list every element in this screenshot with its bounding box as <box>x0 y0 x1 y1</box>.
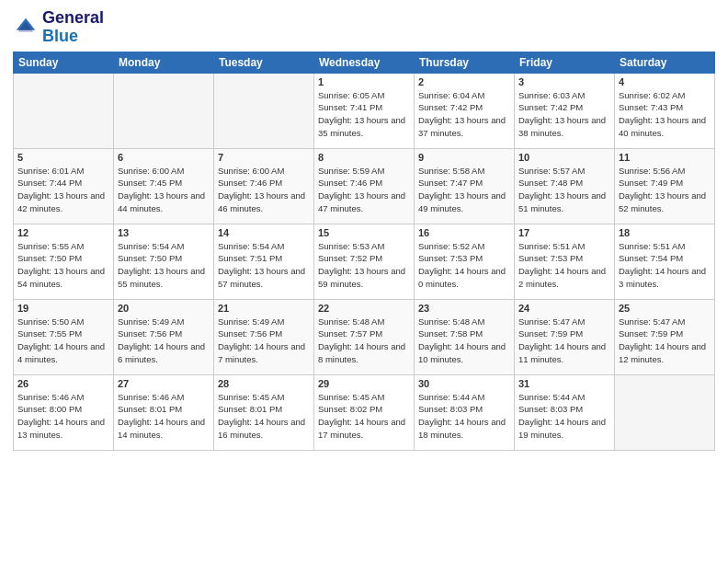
calendar-cell: 5 Sunrise: 6:01 AM Sunset: 7:44 PM Dayli… <box>14 148 114 224</box>
day-number: 7 <box>218 152 310 163</box>
day-info: Sunrise: 5:47 AM Sunset: 7:59 PM Dayligh… <box>518 316 610 366</box>
calendar-cell <box>14 73 114 148</box>
sunrise-label: Sunrise: 5:52 AM <box>418 241 484 251</box>
sunrise-label: Sunrise: 5:45 AM <box>318 392 384 402</box>
sunrise-label: Sunrise: 6:03 AM <box>518 90 585 100</box>
daylight-label: Daylight: 14 hours and 17 minutes. <box>318 417 405 440</box>
day-number: 19 <box>17 303 109 314</box>
calendar-cell: 17 Sunrise: 5:51 AM Sunset: 7:53 PM Dayl… <box>515 224 615 299</box>
sunset-label: Sunset: 7:41 PM <box>318 102 382 112</box>
day-info: Sunrise: 5:53 AM Sunset: 7:52 PM Dayligh… <box>318 240 410 291</box>
sunset-label: Sunset: 8:03 PM <box>518 404 583 414</box>
calendar-cell: 10 Sunrise: 5:57 AM Sunset: 7:48 PM Dayl… <box>515 148 615 224</box>
daylight-label: Daylight: 14 hours and 14 minutes. <box>118 417 205 440</box>
day-number: 2 <box>418 76 510 87</box>
sunrise-label: Sunrise: 6:01 AM <box>17 166 84 176</box>
page: General Blue SundayMondayTuesdayWednesda… <box>0 0 728 563</box>
day-number: 9 <box>418 152 510 163</box>
daylight-label: Daylight: 14 hours and 18 minutes. <box>418 417 506 440</box>
day-info: Sunrise: 5:48 AM Sunset: 7:58 PM Dayligh… <box>418 316 510 366</box>
day-number: 15 <box>318 227 410 238</box>
sunset-label: Sunset: 7:48 PM <box>518 178 583 188</box>
day-info: Sunrise: 5:54 AM Sunset: 7:51 PM Dayligh… <box>218 240 310 291</box>
calendar-cell: 8 Sunrise: 5:59 AM Sunset: 7:46 PM Dayli… <box>314 148 415 224</box>
day-info: Sunrise: 5:54 AM Sunset: 7:50 PM Dayligh… <box>118 240 210 291</box>
sunset-label: Sunset: 7:59 PM <box>619 328 683 339</box>
daylight-label: Daylight: 14 hours and 13 minutes. <box>17 417 105 440</box>
calendar-cell: 2 Sunrise: 6:04 AM Sunset: 7:42 PM Dayli… <box>415 73 515 148</box>
calendar-header-row: SundayMondayTuesdayWednesdayThursdayFrid… <box>14 52 715 73</box>
sunset-label: Sunset: 7:44 PM <box>17 178 82 188</box>
day-number: 22 <box>318 303 410 314</box>
sunrise-label: Sunrise: 5:54 AM <box>118 241 184 251</box>
calendar-cell: 12 Sunrise: 5:55 AM Sunset: 7:50 PM Dayl… <box>14 224 114 299</box>
day-info: Sunrise: 6:00 AM Sunset: 7:46 PM Dayligh… <box>218 165 310 215</box>
sunset-label: Sunset: 8:03 PM <box>418 404 483 414</box>
day-info: Sunrise: 5:51 AM Sunset: 7:54 PM Dayligh… <box>619 240 711 291</box>
day-info: Sunrise: 5:46 AM Sunset: 8:01 PM Dayligh… <box>118 391 210 442</box>
day-number: 6 <box>118 152 210 163</box>
day-info: Sunrise: 5:44 AM Sunset: 8:03 PM Dayligh… <box>518 391 610 442</box>
sunrise-label: Sunrise: 5:54 AM <box>218 241 284 251</box>
daylight-label: Daylight: 14 hours and 10 minutes. <box>418 341 506 364</box>
day-number: 24 <box>518 303 610 314</box>
logo-icon <box>13 15 39 40</box>
day-number: 14 <box>218 227 310 238</box>
daylight-label: Daylight: 13 hours and 55 minutes. <box>118 266 205 289</box>
day-number: 16 <box>418 227 510 238</box>
calendar-week-row: 26 Sunrise: 5:46 AM Sunset: 8:00 PM Dayl… <box>14 374 715 450</box>
sunset-label: Sunset: 7:45 PM <box>118 178 182 188</box>
weekday-header: Saturday <box>615 52 715 73</box>
calendar-week-row: 5 Sunrise: 6:01 AM Sunset: 7:44 PM Dayli… <box>14 148 715 224</box>
day-number: 25 <box>619 303 711 314</box>
sunrise-label: Sunrise: 5:46 AM <box>17 392 84 402</box>
sunset-label: Sunset: 7:53 PM <box>518 253 583 263</box>
sunrise-label: Sunrise: 5:57 AM <box>518 166 585 176</box>
calendar-cell: 30 Sunrise: 5:44 AM Sunset: 8:03 PM Dayl… <box>415 374 515 450</box>
sunset-label: Sunset: 8:00 PM <box>17 404 82 414</box>
calendar-cell: 9 Sunrise: 5:58 AM Sunset: 7:47 PM Dayli… <box>415 148 515 224</box>
day-info: Sunrise: 5:48 AM Sunset: 7:57 PM Dayligh… <box>318 316 410 366</box>
day-info: Sunrise: 5:44 AM Sunset: 8:03 PM Dayligh… <box>418 391 510 442</box>
day-info: Sunrise: 5:49 AM Sunset: 7:56 PM Dayligh… <box>118 316 210 366</box>
sunset-label: Sunset: 7:57 PM <box>318 328 382 339</box>
daylight-label: Daylight: 14 hours and 3 minutes. <box>619 266 706 289</box>
daylight-label: Daylight: 13 hours and 52 minutes. <box>619 190 706 213</box>
day-number: 21 <box>218 303 310 314</box>
weekday-header: Monday <box>114 52 214 73</box>
day-number: 4 <box>619 76 711 87</box>
calendar-cell: 26 Sunrise: 5:46 AM Sunset: 8:00 PM Dayl… <box>14 374 114 450</box>
calendar-cell: 3 Sunrise: 6:03 AM Sunset: 7:42 PM Dayli… <box>515 73 615 148</box>
calendar-cell <box>114 73 214 148</box>
day-info: Sunrise: 6:02 AM Sunset: 7:43 PM Dayligh… <box>619 89 711 140</box>
sunset-label: Sunset: 7:55 PM <box>17 328 82 339</box>
sunset-label: Sunset: 7:51 PM <box>218 253 282 263</box>
calendar-cell <box>214 73 314 148</box>
day-info: Sunrise: 6:05 AM Sunset: 7:41 PM Dayligh… <box>318 89 410 140</box>
calendar-cell: 11 Sunrise: 5:56 AM Sunset: 7:49 PM Dayl… <box>615 148 715 224</box>
calendar-cell: 22 Sunrise: 5:48 AM Sunset: 7:57 PM Dayl… <box>314 299 415 374</box>
daylight-label: Daylight: 14 hours and 0 minutes. <box>418 266 506 289</box>
day-number: 27 <box>118 378 210 389</box>
calendar-week-row: 19 Sunrise: 5:50 AM Sunset: 7:55 PM Dayl… <box>14 299 715 374</box>
day-info: Sunrise: 5:45 AM Sunset: 8:01 PM Dayligh… <box>218 391 310 442</box>
sunset-label: Sunset: 7:50 PM <box>118 253 182 263</box>
sunset-label: Sunset: 8:01 PM <box>118 404 182 414</box>
day-info: Sunrise: 5:46 AM Sunset: 8:00 PM Dayligh… <box>17 391 109 442</box>
daylight-label: Daylight: 13 hours and 40 minutes. <box>619 115 706 138</box>
weekday-header: Tuesday <box>214 52 314 73</box>
sunset-label: Sunset: 7:49 PM <box>619 178 683 188</box>
logo-text: General Blue <box>42 9 104 46</box>
day-number: 5 <box>17 152 109 163</box>
sunrise-label: Sunrise: 6:00 AM <box>118 166 184 176</box>
sunrise-label: Sunrise: 5:49 AM <box>118 316 184 327</box>
calendar-cell: 29 Sunrise: 5:45 AM Sunset: 8:02 PM Dayl… <box>314 374 415 450</box>
calendar-cell <box>615 374 715 450</box>
daylight-label: Daylight: 14 hours and 8 minutes. <box>318 341 405 364</box>
sunset-label: Sunset: 7:50 PM <box>17 253 82 263</box>
sunset-label: Sunset: 7:56 PM <box>218 328 282 339</box>
sunset-label: Sunset: 7:42 PM <box>518 102 583 112</box>
daylight-label: Daylight: 13 hours and 46 minutes. <box>218 190 305 213</box>
sunrise-label: Sunrise: 5:50 AM <box>17 316 84 327</box>
sunset-label: Sunset: 7:42 PM <box>418 102 483 112</box>
